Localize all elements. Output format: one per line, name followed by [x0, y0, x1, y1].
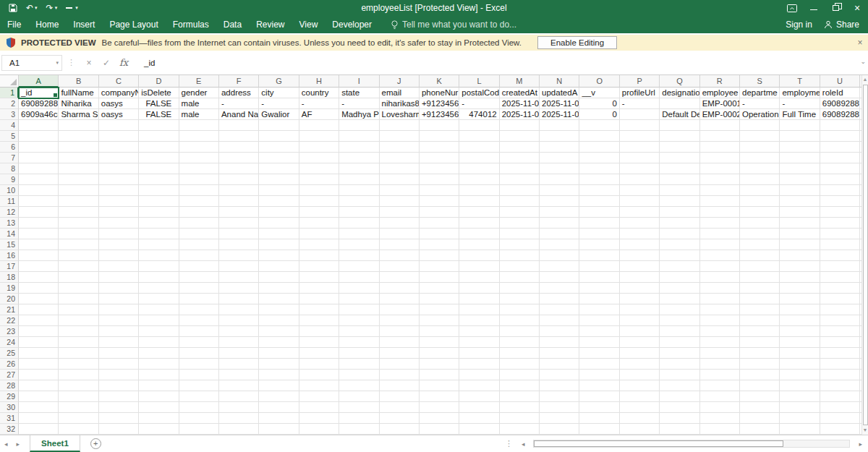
- cell-U19[interactable]: [820, 283, 860, 294]
- cell-I4[interactable]: [339, 120, 379, 131]
- formula-bar-collapse-icon[interactable]: ⌄: [860, 58, 866, 65]
- column-header-G[interactable]: G: [259, 75, 299, 88]
- cell-K10[interactable]: [420, 185, 459, 196]
- cell-B11[interactable]: [59, 196, 98, 207]
- row-header-21[interactable]: 21: [0, 304, 19, 315]
- cell-N31[interactable]: [540, 413, 579, 424]
- cell-T23[interactable]: [780, 326, 820, 337]
- cell-B16[interactable]: [59, 250, 98, 261]
- cell-D2[interactable]: FALSE: [139, 98, 179, 109]
- cell-L29[interactable]: [459, 391, 499, 402]
- formula-bar-splitter[interactable]: ⋮: [62, 58, 80, 67]
- cell-N15[interactable]: [540, 239, 579, 250]
- cell-I28[interactable]: [339, 380, 379, 391]
- cell-O13[interactable]: [579, 218, 619, 229]
- cell-S30[interactable]: [740, 402, 780, 413]
- cell-P9[interactable]: [620, 174, 660, 185]
- cell-G19[interactable]: [259, 283, 299, 294]
- cell-C9[interactable]: [99, 174, 139, 185]
- cell-M15[interactable]: [500, 239, 540, 250]
- cell-D6[interactable]: [139, 142, 179, 153]
- cell-M30[interactable]: [500, 402, 540, 413]
- vertical-scrollbar-thumb[interactable]: [863, 85, 868, 425]
- cell-T28[interactable]: [780, 380, 820, 391]
- cell-T1[interactable]: employme: [780, 88, 820, 98]
- cell-E26[interactable]: [179, 359, 219, 370]
- cell-E32[interactable]: [179, 424, 219, 435]
- cell-I9[interactable]: [339, 174, 379, 185]
- cell-R24[interactable]: [700, 337, 740, 348]
- sign-in-link[interactable]: Sign in: [786, 20, 812, 30]
- cell-J6[interactable]: [380, 142, 420, 153]
- cell-C17[interactable]: [99, 261, 139, 272]
- cell-A31[interactable]: [19, 413, 59, 424]
- cell-J21[interactable]: [380, 304, 420, 315]
- cell-B17[interactable]: [59, 261, 98, 272]
- cell-T5[interactable]: [780, 131, 820, 142]
- cell-E1[interactable]: gender: [179, 88, 219, 98]
- cell-J1[interactable]: email: [380, 88, 420, 98]
- cell-P13[interactable]: [620, 218, 660, 229]
- cell-P8[interactable]: [620, 163, 660, 174]
- cell-O30[interactable]: [579, 402, 619, 413]
- cell-F5[interactable]: [219, 131, 259, 142]
- cell-K11[interactable]: [420, 196, 459, 207]
- cell-H10[interactable]: [299, 185, 339, 196]
- cell-J17[interactable]: [380, 261, 420, 272]
- vertical-scrollbar[interactable]: ▲ ▼: [861, 75, 868, 435]
- cell-P3[interactable]: [620, 109, 660, 120]
- cell-O15[interactable]: [579, 239, 619, 250]
- cell-D1[interactable]: isDelete: [139, 88, 179, 98]
- cell-D26[interactable]: [139, 359, 179, 370]
- sheet-nav-left-icon[interactable]: ◂: [0, 440, 12, 448]
- cell-C16[interactable]: [99, 250, 139, 261]
- cell-E5[interactable]: [179, 131, 219, 142]
- cell-G16[interactable]: [259, 250, 299, 261]
- cell-H30[interactable]: [299, 402, 339, 413]
- cell-I16[interactable]: [339, 250, 379, 261]
- cell-G3[interactable]: Gwalior: [259, 109, 299, 120]
- cell-N10[interactable]: [540, 185, 579, 196]
- cell-K12[interactable]: [420, 207, 459, 218]
- cell-P18[interactable]: [620, 272, 660, 283]
- cell-K8[interactable]: [420, 163, 459, 174]
- cell-Q14[interactable]: [660, 229, 699, 239]
- row-header-19[interactable]: 19: [0, 283, 19, 294]
- cell-M24[interactable]: [500, 337, 540, 348]
- cell-R27[interactable]: [700, 370, 740, 380]
- cell-S10[interactable]: [740, 185, 780, 196]
- cell-A19[interactable]: [19, 283, 59, 294]
- cell-H1[interactable]: country: [299, 88, 339, 98]
- cell-H2[interactable]: -: [299, 98, 339, 109]
- cell-L9[interactable]: [459, 174, 499, 185]
- cell-C22[interactable]: [99, 315, 139, 326]
- cell-B32[interactable]: [59, 424, 98, 435]
- cell-L22[interactable]: [459, 315, 499, 326]
- cell-P11[interactable]: [620, 196, 660, 207]
- cell-H13[interactable]: [299, 218, 339, 229]
- cell-T3[interactable]: Full Time: [780, 109, 820, 120]
- column-header-L[interactable]: L: [459, 75, 499, 88]
- cell-G27[interactable]: [259, 370, 299, 380]
- name-box-dropdown-icon[interactable]: ▾: [56, 60, 59, 66]
- cell-S19[interactable]: [740, 283, 780, 294]
- cell-R22[interactable]: [700, 315, 740, 326]
- ribbon-display-options-button[interactable]: [781, 0, 803, 16]
- cell-M9[interactable]: [500, 174, 540, 185]
- cell-G11[interactable]: [259, 196, 299, 207]
- cell-T8[interactable]: [780, 163, 820, 174]
- cell-H25[interactable]: [299, 348, 339, 359]
- cell-O12[interactable]: [579, 207, 619, 218]
- cell-H16[interactable]: [299, 250, 339, 261]
- cell-Q26[interactable]: [660, 359, 699, 370]
- cell-N13[interactable]: [540, 218, 579, 229]
- scroll-down-icon[interactable]: ▼: [863, 426, 868, 435]
- cell-P31[interactable]: [620, 413, 660, 424]
- cell-L24[interactable]: [459, 337, 499, 348]
- cell-F14[interactable]: [219, 229, 259, 239]
- cell-F29[interactable]: [219, 391, 259, 402]
- cell-J29[interactable]: [380, 391, 420, 402]
- cell-H23[interactable]: [299, 326, 339, 337]
- cell-J9[interactable]: [380, 174, 420, 185]
- cell-B7[interactable]: [59, 153, 98, 163]
